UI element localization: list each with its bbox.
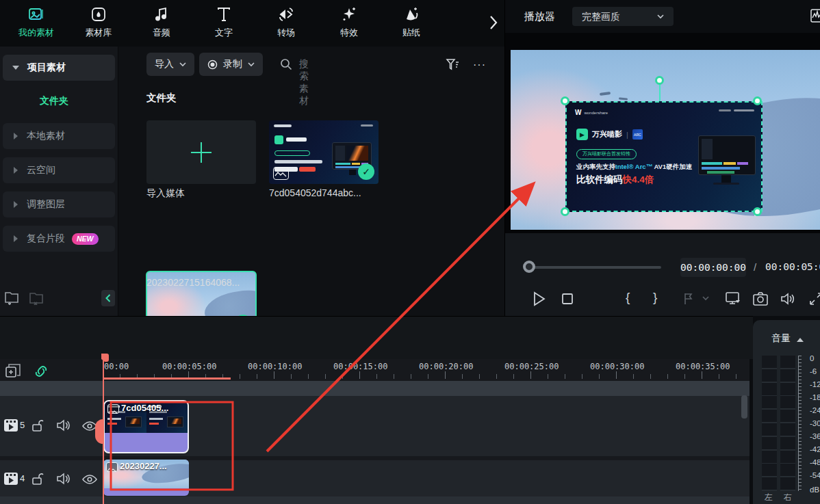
lock-track-icon[interactable]	[30, 472, 45, 486]
tab-label: 我的素材	[18, 27, 54, 38]
volume-title: 音量	[771, 332, 791, 345]
playhead-line[interactable]	[103, 354, 104, 504]
tab-text[interactable]: 文字	[194, 5, 253, 39]
chevron-down-icon	[248, 62, 255, 67]
quality-dropdown[interactable]: 完整画质	[572, 7, 674, 26]
mute-track-icon[interactable]	[56, 419, 71, 432]
sticker-icon	[402, 5, 420, 23]
playhead-flag[interactable]	[99, 354, 109, 363]
check-icon: ✓	[358, 163, 374, 180]
section-title: 文件夹	[146, 92, 177, 105]
chevron-down-icon	[657, 14, 664, 19]
track-number: 5	[20, 420, 25, 430]
transition-icon	[277, 5, 295, 23]
snapshot-button[interactable]	[753, 292, 768, 306]
media-item-promo[interactable]: ✓	[269, 120, 379, 184]
tab-label: 贴纸	[402, 27, 420, 38]
intel-arc-chip: ARC	[632, 129, 643, 140]
top-nav-bar: 我的素材 素材库 音频 文字 转场 特效 贴纸	[0, 0, 504, 47]
tab-effects[interactable]: 特效	[320, 5, 379, 39]
resize-handle-bottom-left[interactable]	[561, 207, 569, 216]
tab-stock-media[interactable]: 素材库	[69, 5, 128, 39]
audio-icon	[153, 5, 170, 23]
marker-button[interactable]	[682, 292, 695, 306]
timeline-clip-2[interactable]: 20230227...	[103, 460, 189, 496]
tab-label: 音频	[153, 27, 170, 38]
total-timecode: 00:00:05:00	[765, 261, 820, 272]
brand-logo-icon: ▶	[576, 129, 588, 140]
tab-label: 转场	[277, 27, 295, 38]
player-panel: 播放器 完整画质 W wondershare ▶ 万兴喵影	[504, 0, 820, 316]
link-clips-button[interactable]	[33, 364, 49, 379]
media-panel: 导入 录制 搜索素材 ··· 文件夹 导入媒体	[118, 47, 504, 316]
play-button[interactable]	[533, 291, 546, 306]
sidebar-item-compound-clip[interactable]: 复合片段 NEW	[3, 226, 115, 252]
tab-stickers[interactable]: 贴纸	[382, 5, 441, 39]
render-range-indicator	[103, 377, 231, 380]
marker-chevron-icon[interactable]	[702, 296, 709, 301]
preview-canvas[interactable]: W wondershare ▶ 万兴喵影 | ARC 万兴喵影联合首发特性 业内…	[511, 50, 820, 230]
hide-track-icon[interactable]	[82, 473, 97, 486]
collapse-sidebar-button[interactable]	[101, 290, 115, 306]
sidebar-panel: 项目素材 文件夹 本地素材 云空间 调整图层 复合片段 NEW	[0, 47, 118, 316]
mute-track-icon[interactable]	[56, 472, 71, 486]
tab-label: 特效	[340, 27, 358, 38]
new-folder-icon[interactable]	[4, 290, 21, 305]
import-button[interactable]: 导入	[146, 53, 194, 76]
delete-folder-icon[interactable]	[29, 291, 45, 305]
seek-bar[interactable]	[528, 266, 661, 269]
card-label: 导入媒体	[146, 187, 185, 200]
rotate-handle[interactable]	[655, 76, 664, 85]
record-icon	[207, 59, 218, 70]
tab-label: 文字	[215, 27, 233, 38]
effects-icon	[340, 5, 358, 23]
timeline-ruler[interactable]: 00:00 00:00:05:00 00:00:10:00 00:00:15:0…	[101, 359, 749, 380]
sidebar-item-local-media[interactable]: 本地素材	[3, 123, 115, 149]
card-label: 7cd054052d744abc...	[269, 187, 361, 198]
sidebar-item-cloud[interactable]: 云空间	[3, 157, 115, 183]
lock-track-icon[interactable]	[30, 419, 45, 432]
current-timecode[interactable]: 00:00:00:00	[680, 258, 746, 277]
track-number: 4	[20, 473, 25, 483]
timeline-area: 00:00 00:00:05:00 00:00:10:00 00:00:15:0…	[0, 359, 749, 504]
add-track-button[interactable]	[5, 364, 21, 379]
display-mode-button[interactable]	[726, 292, 741, 306]
caret-right-icon	[14, 133, 18, 140]
image-type-icon	[106, 462, 118, 472]
sidebar-item-adjustment-layer[interactable]: 调整图层	[3, 191, 115, 217]
mark-in-button[interactable]: {	[626, 290, 630, 305]
sidebar-item-project-media[interactable]: 项目素材	[3, 55, 115, 81]
mute-button[interactable]	[780, 292, 797, 306]
tab-transition[interactable]: 转场	[257, 5, 316, 39]
plus-icon	[188, 140, 214, 165]
video-track-icon	[3, 419, 18, 432]
stock-media-icon	[90, 5, 107, 23]
mark-out-button[interactable]: }	[653, 290, 657, 305]
collapse-meter-icon[interactable]	[797, 338, 804, 342]
tab-audio[interactable]: 音频	[132, 5, 191, 39]
nav-more-chevron-icon[interactable]	[489, 15, 498, 30]
clip-label: 20230227...	[120, 461, 167, 471]
timeline-clip-1[interactable]: 7cd05405...	[103, 400, 189, 453]
selected-overlay-clip[interactable]: W wondershare ▶ 万兴喵影 | ARC 万兴喵影联合首发特性 业内…	[565, 101, 763, 212]
record-button[interactable]: 录制	[199, 53, 263, 76]
text-icon	[215, 5, 233, 23]
tab-my-media[interactable]: 我的素材	[7, 5, 66, 39]
my-media-icon	[27, 5, 45, 23]
search-placeholder: 搜索素材	[299, 58, 309, 107]
resize-handle-bottom-right[interactable]	[753, 207, 762, 216]
resize-handle-top-left[interactable]	[561, 96, 569, 105]
timeline-vertical-scrollbar[interactable]	[741, 395, 747, 419]
import-media-card[interactable]	[146, 120, 256, 184]
filter-icon[interactable]	[446, 57, 459, 71]
scope-monitor-icon[interactable]	[810, 9, 820, 23]
seek-handle[interactable]	[523, 261, 535, 273]
sidebar-item-folder-selected[interactable]: 文件夹	[40, 94, 68, 107]
more-options-button[interactable]: ···	[473, 59, 486, 71]
new-badge: NEW	[72, 233, 99, 245]
image-type-icon	[107, 404, 119, 414]
stop-button[interactable]	[561, 293, 574, 305]
tab-label: 素材库	[86, 27, 112, 38]
fullscreen-button[interactable]	[809, 292, 820, 306]
resize-handle-top-right[interactable]	[753, 96, 762, 105]
